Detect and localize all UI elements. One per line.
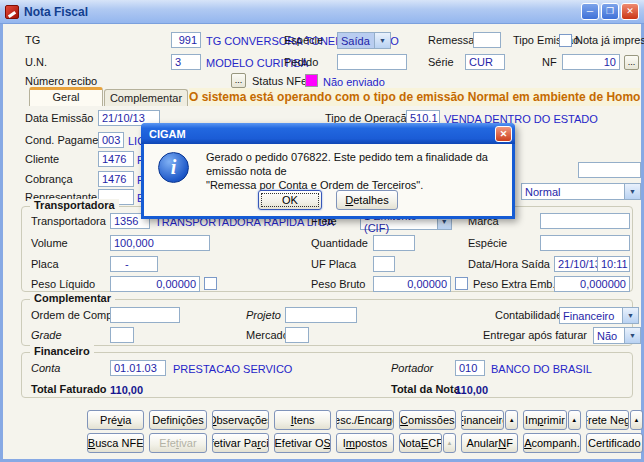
marca-field[interactable]	[540, 213, 630, 229]
homologacao-warning: O sistema está operando com o tipo de em…	[189, 88, 640, 106]
certificado-button[interactable]: Certificado	[586, 433, 643, 453]
financeiro-menu-arrow-icon[interactable]: ▲	[505, 410, 518, 430]
peso-liquido-checkbox[interactable]	[204, 277, 217, 290]
ordem-compra-label: Ordem de Compra	[31, 308, 122, 323]
pedido-field[interactable]	[337, 54, 407, 70]
placa-label: Placa	[31, 257, 59, 272]
peso-bruto-field[interactable]: 0,00000	[373, 276, 451, 292]
peso-extra-label: Peso Extra Emb.	[473, 277, 556, 292]
frete-neg-menu-arrow-icon[interactable]: ▲	[630, 410, 643, 430]
peso-extra-field[interactable]: 0,000000	[554, 276, 630, 292]
un-code-field[interactable]: 3	[171, 54, 201, 70]
peso-bruto-checkbox[interactable]	[455, 277, 468, 290]
cliente-label: Cliente	[25, 152, 59, 167]
quantidade-field[interactable]	[373, 235, 415, 251]
ordem-compra-field[interactable]	[110, 307, 180, 323]
entregar-select[interactable]: Não	[593, 327, 641, 344]
detalhes-button[interactable]: Detalhes	[336, 190, 398, 210]
tab-geral[interactable]: Geral	[29, 87, 103, 106]
serie-label: Série	[428, 55, 454, 70]
cond-pagamento-field[interactable]: 003	[98, 132, 124, 148]
side-select[interactable]: Normal	[521, 183, 641, 200]
nota-impressa-checkbox[interactable]	[559, 34, 572, 47]
projeto-field[interactable]	[285, 307, 357, 323]
data-emissao-label: Data Emissão	[25, 111, 93, 126]
efetivar-parcial-button[interactable]: Efetivar Parcial	[212, 433, 269, 453]
ok-button[interactable]: OK	[258, 190, 322, 210]
previa-button-group: Prévia	[87, 410, 144, 430]
tg-label: TG	[25, 33, 40, 48]
imprimir-button[interactable]: Imprimir	[523, 410, 566, 430]
imprimir-menu-arrow-icon[interactable]: ▲	[568, 410, 581, 430]
nota-ecf-menu-arrow-icon[interactable]: ▲	[443, 433, 456, 453]
grade-label: Grade	[31, 328, 62, 343]
efetivar-os-button[interactable]: Efetivar OS	[274, 433, 331, 453]
anular-nf-button[interactable]: Anular NF	[461, 433, 518, 453]
financeiro-button[interactable]: Financeiro	[461, 410, 504, 430]
nota-ecf-button[interactable]: Nota ECF	[399, 433, 442, 453]
impostos-button[interactable]: Impostos	[336, 433, 393, 453]
side-field[interactable]	[578, 162, 641, 178]
tg-code-field[interactable]: 991	[171, 32, 201, 48]
close-icon[interactable]: ✕	[621, 3, 639, 20]
total-nota-label: Total da Nota	[391, 382, 460, 397]
efetivar-parcial-button-group: Efetivar Parcial	[212, 433, 269, 453]
hora-saida-field[interactable]: 10:11	[597, 256, 630, 272]
cliente-field[interactable]: 1476	[98, 151, 134, 167]
mercado-field[interactable]	[285, 327, 309, 343]
frete-neg-button[interactable]: Frete Neg.	[586, 410, 629, 430]
comissoes-button[interactable]: Comissões	[399, 410, 456, 430]
minimize-icon[interactable]: ─	[581, 3, 599, 20]
numero-recibo-browse-button[interactable]: ...	[231, 73, 246, 88]
window-title: Nota Fiscal	[24, 5, 88, 19]
remessa-field[interactable]	[473, 32, 501, 48]
projeto-label: Projeto	[246, 308, 281, 323]
efetivar-button[interactable]: Efetivar	[149, 433, 206, 453]
total-faturado-value: 110,00	[110, 382, 143, 398]
pedido-label: Pedido	[284, 55, 318, 70]
tab-complementar[interactable]: Complementar	[104, 89, 188, 106]
button-row-2: Busca NFEEfetivarEfetivar ParcialEfetiva…	[87, 433, 643, 453]
especie-select[interactable]: Saída	[337, 32, 391, 49]
transportadora-label: Transportadora	[31, 214, 106, 229]
desc-encargos-button[interactable]: Desc./Encargos	[336, 410, 393, 430]
maximize-icon[interactable]: ❐	[601, 3, 619, 20]
previa-button[interactable]: Prévia	[87, 410, 144, 430]
placa-field[interactable]: -	[110, 256, 158, 272]
busca-nfe-button[interactable]: Busca NFE	[87, 433, 144, 453]
detalhes-key: D	[345, 194, 353, 206]
uf-placa-field[interactable]	[373, 256, 395, 272]
transportadora-group-title: Transportadora	[30, 199, 119, 211]
dialog-close-icon[interactable]: ✕	[495, 126, 512, 142]
app-icon	[5, 5, 19, 19]
anular-nf-button-group: Anular NF	[461, 433, 518, 453]
cobranca-field[interactable]: 1476	[98, 171, 134, 187]
portador-field[interactable]: 010	[455, 360, 485, 376]
total-nota-value: 110,00	[455, 382, 488, 398]
contabilidade-value: Financeiro	[563, 310, 614, 322]
definicoes-button[interactable]: Definições	[149, 410, 206, 430]
especie-transp-field[interactable]	[540, 235, 630, 251]
itens-button[interactable]: Itens	[274, 410, 331, 430]
peso-liquido-field[interactable]: 0,00000	[110, 276, 200, 292]
button-row-1: PréviaDefiniçõesObservaçõesItensDesc./En…	[87, 410, 643, 430]
uf-placa-label: UF Placa	[311, 257, 356, 272]
volume-label: Volume	[31, 236, 68, 251]
grade-field[interactable]	[110, 327, 134, 343]
conta-field[interactable]: 01.01.03	[110, 360, 166, 376]
efetivar-button-group: Efetivar	[149, 433, 206, 453]
nf-browse-button[interactable]: ...	[624, 55, 639, 70]
nota-fiscal-window: Nota Fiscal ─ ❐ ✕ TG 991 TG CONVERSORA T…	[0, 0, 644, 462]
impostos-button-group: Impostos	[336, 433, 393, 453]
acompanh-button[interactable]: Acompanh.	[523, 433, 580, 453]
dialog-body: i Gerado o pedido 076822. Este pedido te…	[141, 144, 515, 219]
entregar-label: Entregar após faturar	[483, 328, 587, 343]
cobranca-label: Cobrança	[25, 172, 73, 187]
nf-field[interactable]: 10	[562, 54, 620, 70]
observacoes-button[interactable]: Observações	[212, 410, 269, 430]
especie-label: Espécie	[284, 33, 323, 48]
serie-field[interactable]: CUR	[465, 54, 505, 70]
contabilidade-select[interactable]: Financeiro	[559, 307, 639, 324]
volume-field[interactable]: 100,000	[110, 235, 210, 251]
especie-transp-label: Espécie	[468, 236, 507, 251]
